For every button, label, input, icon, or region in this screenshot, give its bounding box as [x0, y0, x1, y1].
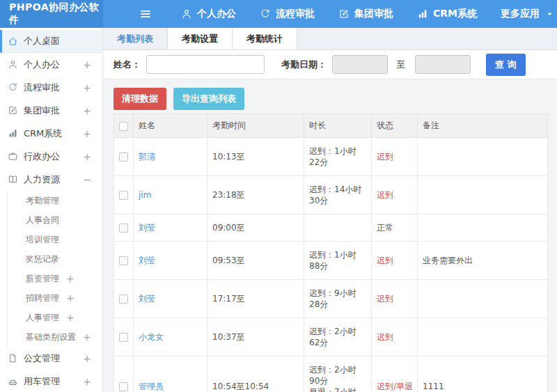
sidebar-item[interactable]: 个人桌面: [0, 30, 102, 53]
topnav-item-label: 更多应用: [501, 8, 540, 20]
sidebar-item[interactable]: 人事合同: [0, 210, 102, 230]
app-title: PHPOA协同办公软件: [0, 0, 103, 28]
top-nav: 个人办公 流程审批 集团审批 CRM系统: [181, 8, 557, 20]
expand-toggle-icon[interactable]: +: [83, 331, 91, 343]
duration: [304, 214, 372, 242]
expand-toggle-icon[interactable]: +: [66, 292, 74, 304]
row-checkbox[interactable]: [119, 191, 128, 200]
duration: 迟到：14小时30分: [304, 176, 372, 214]
sidebar-item[interactable]: 公文管理 +: [0, 347, 102, 370]
column-header: 备注: [418, 114, 548, 138]
sidebar-item[interactable]: 流程审批 +: [0, 76, 102, 99]
employee-name-link[interactable]: 刘莹: [139, 256, 155, 265]
sidebar-item[interactable]: CRM系统 +: [0, 122, 102, 145]
row-checkbox[interactable]: [119, 224, 128, 233]
sidebar-item-label: 考勤管理: [26, 195, 59, 207]
home-icon: [8, 36, 18, 47]
date-from-input[interactable]: [332, 55, 388, 74]
expand-toggle-icon[interactable]: +: [83, 59, 91, 70]
row-checkbox[interactable]: [119, 295, 128, 304]
workflow-icon: [260, 8, 271, 19]
menu-toggle-icon[interactable]: [139, 8, 152, 20]
sidebar-item[interactable]: 招聘管理 +: [0, 288, 102, 308]
row-checkbox[interactable]: [119, 152, 128, 162]
employee-name-link[interactable]: 刘莹: [139, 294, 155, 304]
sidebar-item[interactable]: 集团审批 +: [0, 99, 102, 122]
attendance-table: 姓名 考勤时间 时长 状态 备注: [113, 113, 548, 392]
tab-label: 考勤列表: [117, 33, 153, 45]
sidebar-item[interactable]: 考勤管理: [0, 191, 102, 210]
row-checkbox[interactable]: [119, 333, 128, 342]
topnav-item[interactable]: 个人办公: [181, 8, 236, 20]
name-label: 姓名：: [113, 58, 141, 71]
tab[interactable]: 考勤列表: [103, 28, 168, 49]
column-header: 考勤时间: [207, 114, 304, 138]
duration: 迟到：9小时28分: [304, 280, 372, 318]
sidebar-item-label: 培训管理: [26, 234, 59, 246]
select-all-checkbox[interactable]: [119, 122, 128, 131]
expand-toggle-icon[interactable]: +: [83, 82, 91, 93]
search-bar: 姓名： 考勤日期： 至 查 询: [103, 50, 557, 79]
book-icon: [8, 174, 18, 185]
name-input[interactable]: [146, 55, 265, 74]
query-button[interactable]: 查 询: [486, 54, 526, 76]
sidebar-item-label: 用车管理: [24, 375, 83, 388]
employee-name-link[interactable]: jim: [139, 190, 151, 200]
workflow-icon: [8, 82, 18, 93]
expand-toggle-icon[interactable]: +: [83, 151, 91, 162]
tab[interactable]: 考勤统计: [233, 28, 297, 49]
export-list-button[interactable]: 导出查询列表: [173, 88, 244, 110]
main-layout: 个人桌面 个人办公 + 流程审批 + 集团审批 +: [0, 28, 557, 392]
row-checkbox[interactable]: [119, 382, 128, 391]
expand-toggle-icon[interactable]: +: [83, 105, 91, 116]
sidebar-item[interactable]: 人力资源 −: [0, 168, 102, 191]
sidebar: 个人桌面 个人办公 + 流程审批 + 集团审批 +: [0, 28, 103, 392]
duration: 迟到：2小时62分: [304, 318, 372, 356]
expand-toggle-icon[interactable]: +: [66, 312, 74, 323]
topnav-item[interactable]: 更多应用: [501, 8, 554, 20]
employee-name-link[interactable]: 管理员: [139, 382, 164, 391]
tab-strip: 考勤列表 考勤设置 考勤统计: [103, 28, 557, 50]
row-checkbox[interactable]: [119, 256, 128, 265]
sidebar-item-label: 人事合同: [26, 214, 59, 226]
remark: [418, 318, 548, 356]
sidebar-item[interactable]: 基础类别设置 +: [0, 327, 102, 347]
remark: [418, 176, 548, 214]
sidebar-item[interactable]: 个人办公 +: [0, 53, 102, 76]
edit-icon: [8, 105, 18, 116]
expand-toggle-icon[interactable]: −: [83, 174, 91, 185]
expand-toggle-icon[interactable]: +: [83, 128, 91, 139]
sidebar-item-label: 行政办公: [24, 150, 83, 163]
sidebar-item[interactable]: 行政办公 +: [0, 145, 102, 168]
attendance-time: 10:54至10:54: [207, 356, 304, 392]
sidebar-item-label: 公文管理: [24, 352, 83, 365]
sidebar-item[interactable]: 薪资管理 +: [0, 269, 102, 288]
table-header-row: 姓名 考勤时间 时长 状态 备注: [114, 114, 548, 138]
topnav-item[interactable]: 集团审批: [338, 8, 393, 20]
sidebar-item[interactable]: 人事管理 +: [0, 308, 102, 327]
sidebar-item-label: 招聘管理: [26, 292, 59, 304]
sidebar-item-label: 人事管理: [26, 312, 59, 324]
clean-data-button[interactable]: 清理数据: [113, 88, 166, 110]
sidebar-item[interactable]: 培训管理: [0, 230, 102, 249]
sidebar-item[interactable]: 用车管理 +: [0, 370, 102, 392]
toolbar: 清理数据 导出查询列表: [113, 88, 547, 110]
date-to-input[interactable]: [415, 55, 471, 74]
topnav-item[interactable]: CRM系统: [417, 8, 477, 20]
table-row: 刘莹 09:53至 迟到：1小时88分 迟到 业务需要外出: [114, 242, 548, 280]
expand-toggle-icon[interactable]: +: [66, 273, 74, 284]
table-row: 管理员 10:54至10:54 迟到：2小时90分 早退：7小时10分 迟到/早…: [114, 356, 548, 392]
employee-name-link[interactable]: 刘莹: [139, 223, 155, 233]
topnav-item[interactable]: 流程审批: [260, 8, 315, 20]
sidebar-item[interactable]: 奖惩记录: [0, 249, 102, 269]
expand-toggle-icon[interactable]: +: [83, 353, 91, 364]
table-row: 小龙女 10:37至 迟到：2小时62分 迟到: [114, 318, 548, 356]
expand-toggle-icon[interactable]: +: [83, 376, 91, 387]
attendance-time: 17:17至: [207, 280, 304, 318]
person-icon: [181, 8, 192, 19]
duration: 迟到：1小时88分: [304, 242, 372, 280]
employee-name-link[interactable]: 小龙女: [139, 332, 164, 342]
employee-name-link[interactable]: 郭清: [139, 152, 155, 162]
tab[interactable]: 考勤设置: [168, 28, 233, 49]
remark: [418, 280, 548, 318]
